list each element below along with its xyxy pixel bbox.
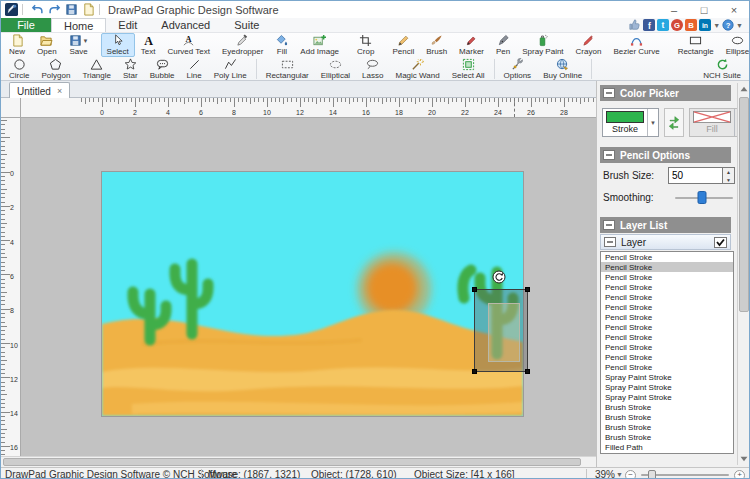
zoom-out-button[interactable]: − <box>625 469 636 479</box>
tool-text[interactable]: AText <box>135 33 162 57</box>
redo-icon[interactable] <box>48 3 61 16</box>
spinner-up-icon[interactable]: ▲ <box>723 168 734 176</box>
tool-elliptical[interactable]: Elliptical <box>315 57 356 81</box>
maximize-button[interactable]: □ <box>689 1 719 18</box>
like-icon[interactable] <box>629 19 641 31</box>
tool-star[interactable]: Star <box>117 57 144 81</box>
layer-item-12[interactable]: Spray Paint Stroke <box>601 372 733 382</box>
selection-box[interactable] <box>474 289 528 372</box>
layer-item-11[interactable]: Pencil Stroke <box>601 362 733 372</box>
tool-polygon[interactable]: Polygon <box>35 57 76 81</box>
blogger-icon[interactable]: B <box>685 19 697 31</box>
tool-open[interactable]: Open <box>31 33 63 57</box>
tool-options[interactable]: Options <box>498 57 538 81</box>
tool-curved-text[interactable]: ACurved Text <box>161 33 216 57</box>
selection-handle-bottom-right[interactable] <box>525 369 530 374</box>
menu-tab-advanced[interactable]: Advanced <box>149 18 222 32</box>
facebook-icon[interactable]: f <box>643 19 655 31</box>
tool-save[interactable]: ▼Save <box>63 33 95 57</box>
color-picker-header[interactable]: Color Picker <box>600 85 731 101</box>
smoothing-slider-thumb[interactable] <box>697 191 706 204</box>
layer-item-7[interactable]: Pencil Stroke <box>601 322 733 332</box>
brush-size-spinner[interactable]: ▲▼ <box>723 167 735 184</box>
zoom-dropdown-caret[interactable]: ▼ <box>616 468 623 479</box>
layer-item-18[interactable]: Brush Stroke <box>601 432 733 442</box>
collapse-minus-icon[interactable] <box>603 150 615 160</box>
tool-line[interactable]: Line <box>181 57 208 81</box>
tool-bubble[interactable]: Bubble <box>144 57 181 81</box>
layer-item-5[interactable]: Pencil Stroke <box>601 302 733 312</box>
zoom-slider-thumb[interactable] <box>648 470 656 479</box>
tool-rectangular[interactable]: Rectangular <box>260 57 315 81</box>
layer-list-header[interactable]: Layer List <box>600 217 731 233</box>
layer-item-6[interactable]: Pencil Stroke <box>601 312 733 322</box>
layer-item-16[interactable]: Brush Stroke <box>601 412 733 422</box>
tool-crop[interactable]: Crop <box>351 33 380 57</box>
quick-save-icon[interactable] <box>65 3 78 16</box>
smoothing-slider-track[interactable] <box>675 197 733 199</box>
canvas-area[interactable] <box>21 118 596 456</box>
tool-lasso[interactable]: Lasso <box>356 57 389 81</box>
zoom-slider-track[interactable] <box>641 474 729 476</box>
scroll-down-icon[interactable] <box>738 453 750 465</box>
layer-visibility-checkbox[interactable] <box>714 237 727 248</box>
tool-select[interactable]: Select <box>101 33 135 57</box>
save-dropdown-caret[interactable]: ▼ <box>83 38 89 44</box>
swap-stroke-fill-button[interactable] <box>664 108 684 137</box>
linkedin-icon[interactable]: in <box>699 19 711 31</box>
layer-group-row[interactable]: Layer <box>600 234 731 250</box>
layer-item-4[interactable]: Pencil Stroke <box>601 292 733 302</box>
document-tab-untitled[interactable]: Untitled × <box>9 82 70 99</box>
tool-add-image[interactable]: Add Image <box>294 33 345 57</box>
collapse-minus-icon[interactable] <box>603 88 615 98</box>
tool-magic-wand[interactable]: Magic Wand <box>389 57 445 81</box>
twitter-icon[interactable]: t <box>657 19 669 31</box>
panel-scrollbar-thumb[interactable] <box>739 97 749 312</box>
menu-tab-file[interactable]: File <box>1 18 51 32</box>
tool-poly-line[interactable]: Poly Line <box>208 57 253 81</box>
layer-item-14[interactable]: Spray Paint Stroke <box>601 392 733 402</box>
layer-item-0[interactable]: Pencil Stroke <box>601 252 733 262</box>
tool-pencil[interactable]: Pencil <box>386 33 420 57</box>
tool-fill[interactable]: Fill <box>269 33 294 57</box>
close-button[interactable]: × <box>719 1 749 18</box>
layer-item-3[interactable]: Pencil Stroke <box>601 282 733 292</box>
tool-pen[interactable]: Pen <box>490 33 516 57</box>
drawing-page[interactable] <box>101 171 524 417</box>
panel-scrollbar[interactable] <box>737 83 750 465</box>
horizontal-scrollbar[interactable] <box>1 456 596 467</box>
help-icon[interactable]: ? <box>722 19 734 31</box>
quick-new-icon[interactable] <box>82 3 95 16</box>
layer-item-2[interactable]: Pencil Stroke <box>601 272 733 282</box>
scroll-up-icon[interactable] <box>738 83 750 95</box>
tool-new[interactable]: New <box>3 33 31 57</box>
collapse-minus-icon[interactable] <box>603 220 615 230</box>
menu-tab-suite[interactable]: Suite <box>222 18 271 32</box>
brush-size-input[interactable] <box>668 167 723 184</box>
undo-icon[interactable] <box>31 3 44 16</box>
collapse-minus-icon[interactable] <box>604 237 616 247</box>
menu-tab-home[interactable]: Home <box>51 18 106 32</box>
tool-bezier-curve[interactable]: Bezier Curve <box>607 33 665 57</box>
stroke-color-button[interactable]: Stroke ▼ <box>602 108 659 137</box>
zoom-level-label[interactable]: 39% <box>595 468 615 479</box>
minimize-button[interactable]: – <box>659 1 689 18</box>
layer-item-9[interactable]: Pencil Stroke <box>601 342 733 352</box>
layer-item-17[interactable]: Brush Stroke <box>601 422 733 432</box>
tool-crayon[interactable]: Crayon <box>570 33 608 57</box>
googleplus-icon[interactable]: G <box>671 19 683 31</box>
layer-item-13[interactable]: Spray Paint Stroke <box>601 382 733 392</box>
selection-handle-top-right[interactable] <box>525 287 530 292</box>
tool-spray-paint[interactable]: Spray Paint <box>516 33 569 57</box>
layer-item-19[interactable]: Filled Path <box>601 442 733 452</box>
tool-brush[interactable]: Brush <box>420 33 453 57</box>
layer-item-8[interactable]: Pencil Stroke <box>601 332 733 342</box>
help-dropdown-caret[interactable]: ▼ <box>736 22 743 29</box>
tool-rectangle[interactable]: Rectangle <box>672 33 720 57</box>
menu-tab-edit[interactable]: Edit <box>106 18 149 32</box>
horizontal-scrollbar-thumb[interactable] <box>3 458 581 466</box>
selection-handle-bottom-left[interactable] <box>472 369 477 374</box>
spinner-down-icon[interactable]: ▼ <box>723 176 734 184</box>
tool-triangle[interactable]: Triangle <box>76 57 117 81</box>
layer-item-15[interactable]: Brush Stroke <box>601 402 733 412</box>
